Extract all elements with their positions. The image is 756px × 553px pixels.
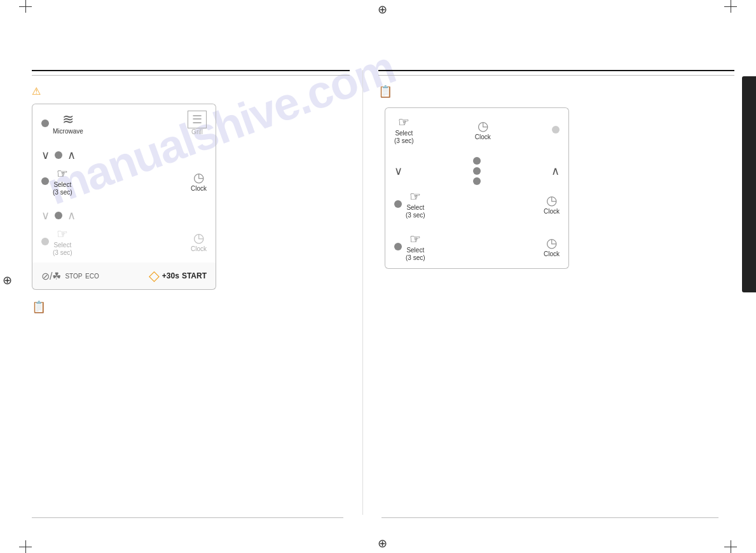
chevron-up-1: ∧ [67,148,76,162]
right-hand-group-2: ☞ Select (3 sec) [394,189,425,219]
right-clock-icon-1: ◷ [478,118,488,133]
note-section-right: 📋 [378,85,734,99]
select-sub-1: (3 sec) [53,189,72,196]
right-panels: ☞ Select (3 sec) ◷ Clock ∨ [385,107,569,269]
note-icon-left: 📋 [32,300,46,314]
left-thin-rule [32,75,350,76]
right-clock-col-3: ◷ Clock [544,235,560,258]
microwave-col: ≋ Microwave [53,111,83,135]
warning-text-block [46,85,350,90]
start-group: ◇ +30s START [149,268,207,284]
panel-section-3-bottom: ☞ Select (3 sec) ◷ Clock [41,226,207,257]
note-section-left: 📋 [32,300,350,314]
crosshair-top-left [19,0,32,13]
sidebar-black [742,76,756,292]
hand-group-1: ☞ Select (3 sec) [41,166,72,196]
chevron-up-2: ∧ [67,208,76,222]
mid-dot-1 [55,151,62,159]
grill-col: ☰ Grill [188,111,207,136]
start-row: ⊘/☘ STOP ECO ◇ +30s START [41,268,207,284]
right-select-label-1: Select [395,130,413,137]
clock-col-1: ◷ Clock [191,170,207,193]
left-top-rule [32,70,350,71]
right-chevron-up: ∧ [551,164,560,178]
right-panel-1-row: ☞ Select (3 sec) ◷ Clock [394,114,560,145]
clock-label-2: Clock [191,245,207,253]
stop-eco-group: ⊘/☘ STOP ECO [41,270,99,282]
right-hand-dot-2 [394,200,402,208]
right-column: 📋 ☞ Select (3 sec) ◷ Clock [378,70,734,269]
clock-icon-2: ◷ [193,230,204,245]
hand-dot-1 [41,177,49,185]
compass-left-mid: ⊕ [3,273,12,287]
wave-icon: ≋ [62,111,74,128]
right-select-label-2: Select [406,204,424,212]
right-dot-1 [552,126,560,133]
select-sub-2: (3 sec) [53,249,72,257]
chevrons-left: ∨ ∧ [41,148,76,162]
right-hand-group-3: ☞ Select (3 sec) [394,231,425,262]
hand-col-1: ☞ Select (3 sec) [53,166,72,196]
column-divider [362,70,363,515]
right-hand-dot-3 [394,243,402,250]
right-hand-icon-3: ☞ [409,231,421,247]
eco-label: ECO [85,273,99,280]
right-hand-col-1: ☞ Select (3 sec) [394,114,414,145]
crosshair-top-right [724,0,737,13]
right-footer-rule [381,517,718,518]
hand-dot-2 [41,238,49,245]
panel-section-2-top: ∨ ∧ [41,148,207,162]
select-label-2: Select [53,242,71,249]
grill-icon: ☰ [188,111,207,128]
crosshair-bottom-left [19,540,32,553]
hand-group-2: ☞ Select (3 sec) [41,226,72,257]
right-dots-col [473,157,481,185]
right-hand-col-2: ☞ Select (3 sec) [406,189,425,219]
chevrons-left-2: ∨ ∧ [41,208,76,222]
clock-col-2: ◷ Clock [191,230,207,253]
right-dot-b [473,167,481,175]
grill-label: Grill [191,128,203,136]
right-select-sub-3: (3 sec) [406,254,425,262]
right-top-rule [378,70,734,71]
start-diamond-icon: ◇ [149,268,160,284]
start-label-block: START [182,271,207,280]
right-dot-c [473,177,481,185]
right-hand-icon-1: ☞ [398,114,409,130]
stop-eco-icon: ⊘/☘ [41,270,61,282]
stop-label: STOP [65,273,82,280]
clock-label-1: Clock [191,185,207,193]
panel-section-1-row: ≋ Microwave ☰ Grill [41,111,207,136]
warning-icon: ⚠ [32,85,41,97]
right-panel-2-bottom: ☞ Select (3 sec) ◷ Clock [394,189,560,219]
select-label-1: Select [53,181,71,189]
right-panel-3: ☞ Select (3 sec) ◷ Clock [385,225,569,269]
right-select-sub-1: (3 sec) [394,137,414,145]
right-chevron-down: ∨ [394,164,402,178]
right-clock-col-1: ◷ Clock [475,118,491,141]
right-chevrons: ∨ [394,164,402,178]
right-hand-group-1: ☞ Select (3 sec) [394,114,414,145]
chevron-down-2: ∨ [41,208,50,222]
right-hand-col-3: ☞ Select (3 sec) [406,231,425,262]
hand-col-2: ☞ Select (3 sec) [53,226,72,257]
right-thin-rule [378,75,734,76]
right-panel-2: ∨ ∧ ☞ Select (3 sec) [385,151,569,226]
right-panel-1: ☞ Select (3 sec) ◷ Clock [385,107,569,151]
clock-icon-1: ◷ [193,170,204,185]
mid-dot-2 [55,212,62,219]
panel-section-1: ≋ Microwave ☰ Grill [32,104,216,142]
left-footer-rule [32,517,343,518]
right-clock-icon-2: ◷ [546,193,557,208]
right-panel-3-row: ☞ Select (3 sec) ◷ Clock [394,231,560,262]
right-clock-label-2: Clock [544,208,560,215]
panel-section-2: ∨ ∧ ☞ Select (3 sec) ◷ Clock [32,142,216,203]
right-clock-label-1: Clock [475,133,491,141]
right-select-sub-2: (3 sec) [406,212,425,219]
warning-section: ⚠ [32,85,350,97]
left-column: ⚠ ≋ Microwave ☰ Grill [32,70,350,314]
compass-bottom-center: ⊕ [378,536,387,550]
hand-icon-1: ☞ [57,166,68,181]
microwave-dot [41,119,49,127]
crosshair-bottom-right [724,540,737,553]
